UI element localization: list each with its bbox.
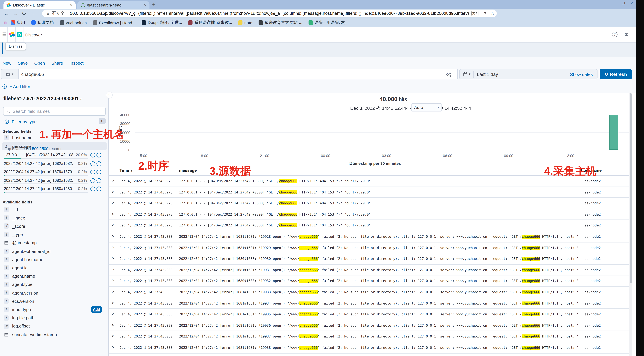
menu-item-inspect[interactable]: Inspect [70, 61, 84, 65]
filter-out-value-icon[interactable]: − [96, 153, 101, 158]
bookmark-item[interactable]: 系列课详情-猿来教... [188, 20, 232, 25]
filter-out-value-icon[interactable]: − [96, 178, 101, 183]
sidebar-collapse-button[interactable]: ‹ [106, 92, 112, 98]
sidebar-field-@timestamp[interactable]: @timestamp [2, 239, 107, 247]
expand-row-icon[interactable]: > [112, 256, 114, 260]
expand-row-icon[interactable]: > [112, 201, 114, 205]
sidebar-field-_id[interactable]: t_id [2, 206, 107, 213]
bookmark-item[interactable]: yuchaoit.cn [60, 20, 87, 25]
sidebar-field-log.file.path[interactable]: tlog.file.path [2, 314, 107, 322]
sidebar-field-agent.type[interactable]: tagent.type [2, 281, 107, 288]
column-message[interactable]: message [179, 168, 197, 173]
menu-item-new[interactable]: New [2, 61, 11, 65]
expand-row-icon[interactable]: > [112, 245, 114, 249]
apps-grid-icon[interactable]: ▦ [4, 21, 7, 24]
bookmark-item[interactable]: DeepL翻译: 全世... [142, 20, 182, 25]
forward-icon[interactable]: → [13, 10, 18, 16]
menu-item-open[interactable]: Open [34, 61, 45, 65]
expand-row-icon[interactable]: > [112, 323, 114, 327]
filter-by-type-button[interactable]: Filter by type [12, 119, 37, 124]
sidebar-field-agent.version[interactable]: tagent.version [2, 289, 107, 297]
index-pattern-switcher[interactable]: filebeat-7.9.1-2022.12.04-000001 ▾ [4, 96, 105, 101]
window-minimize-button[interactable]: ─ [614, 1, 616, 5]
bookmark-item[interactable]: Excalidraw | Hand... [93, 20, 136, 25]
tab-close-icon[interactable]: ✕ [143, 2, 146, 7]
expand-row-icon[interactable]: > [112, 212, 114, 216]
sidebar-field-suricata.eve.timestamp[interactable]: suricata.eve.timestamp [2, 331, 107, 338]
menu-item-save[interactable]: Save [18, 61, 28, 65]
tab-close-icon[interactable]: ✕ [69, 2, 72, 7]
elastic-logo-icon[interactable] [9, 32, 15, 37]
back-icon[interactable]: ← [4, 10, 9, 16]
add-field-button[interactable]: Add [91, 306, 102, 313]
address-bar[interactable]: ▲ 不安全 10.0.0.18:5601/app/discover#/?_g=(… [42, 9, 497, 17]
sidebar-field-agent.ephemeral_id[interactable]: tagent.ephemeral_id [2, 247, 107, 255]
date-picker[interactable]: ▾ Last 1 day Show dates [459, 69, 598, 79]
filter-for-value-icon[interactable]: + [90, 153, 95, 158]
sidebar-field-_index[interactable]: t_index [2, 214, 107, 222]
home-icon[interactable]: ⌂ [30, 10, 34, 16]
refresh-button[interactable]: ↻ Refresh [600, 69, 632, 79]
expand-row-icon[interactable]: > [112, 301, 114, 305]
filter-out-value-icon[interactable]: − [96, 186, 101, 191]
reload-icon[interactable]: ⟳ [22, 10, 26, 16]
filter-for-value-icon[interactable]: + [90, 170, 95, 175]
filter-out-value-icon[interactable]: − [96, 170, 101, 175]
filter-for-value-icon[interactable]: + [90, 161, 95, 166]
sidebar-field-input.type[interactable]: tinput.typeAdd [2, 306, 107, 313]
filter-out-value-icon[interactable]: − [96, 161, 101, 166]
expand-row-icon[interactable]: > [112, 268, 114, 271]
bookmark-item[interactable]: 语雀 - 用语雀, 构... [308, 20, 349, 25]
sidebar-field-log.offset[interactable]: #log.offset [2, 322, 107, 330]
sidebar-field-_score[interactable]: #_score [2, 222, 107, 230]
sidebar-field-_type[interactable]: t_type [2, 231, 107, 238]
saved-query-menu-button[interactable]: ▾ [1, 69, 18, 79]
scrollbar-thumb[interactable] [630, 93, 632, 283]
bookmark-item[interactable]: note [238, 20, 252, 25]
column-time[interactable]: Time ▼ [120, 168, 133, 173]
expand-row-icon[interactable]: > [112, 345, 114, 349]
sidebar-field-agent.id[interactable]: tagent.id [2, 264, 107, 272]
window-close-button[interactable]: ✕ [631, 1, 634, 5]
interval-select[interactable]: Auto▾ [411, 103, 442, 112]
query-input[interactable] [19, 71, 442, 77]
expand-row-icon[interactable]: > [112, 234, 114, 238]
histogram-bar[interactable] [609, 115, 618, 150]
filter-for-value-icon[interactable]: + [90, 178, 95, 183]
menu-item-share[interactable]: Share [52, 61, 63, 65]
share-icon[interactable]: ⇗ [483, 11, 486, 16]
expand-row-icon[interactable]: > [112, 190, 114, 194]
expand-row-icon[interactable]: > [112, 312, 114, 316]
browser-tab[interactable]: Discover - Elastic✕ [4, 1, 76, 8]
new-tab-button[interactable]: + [152, 2, 156, 7]
records-link[interactable]: 500 / 500 [32, 147, 48, 151]
window-maximize-button[interactable]: ▢ [622, 1, 625, 5]
show-dates-button[interactable]: Show dates [570, 72, 597, 77]
browser-tab[interactable]: elasticsearch-head✕ [77, 1, 150, 8]
hamburger-menu-icon[interactable]: ☰ [2, 32, 6, 37]
mail-icon[interactable]: ✉ [625, 32, 628, 37]
expand-row-icon[interactable]: > [112, 334, 114, 338]
dismiss-button[interactable]: Dismiss [5, 42, 26, 50]
filter-for-value-icon[interactable]: + [90, 186, 95, 191]
time-range-value[interactable]: Last 1 day [477, 72, 498, 77]
filter-by-type-icon[interactable] [4, 119, 9, 124]
expand-row-icon[interactable]: > [112, 279, 114, 283]
expand-row-icon[interactable]: > [112, 223, 114, 227]
query-language-button[interactable]: KQL [442, 72, 457, 77]
sidebar-field-agent.hostname[interactable]: tagent.hostname [2, 256, 107, 263]
sidebar-field-ecs.version[interactable]: tecs.version [2, 297, 107, 305]
expand-row-icon[interactable]: > [112, 290, 114, 294]
field-search-input[interactable]: Search field names [3, 107, 106, 116]
vertical-scrollbar[interactable] [629, 93, 632, 356]
bookmark-item[interactable]: 猿来教育官方网站-... [258, 20, 302, 25]
add-filter-button[interactable]: + Add filter [10, 84, 30, 89]
expand-row-icon[interactable]: > [112, 179, 114, 183]
translate-icon[interactable]: 文A [472, 11, 478, 16]
help-icon[interactable]: ? [612, 32, 618, 37]
space-badge[interactable]: D [17, 32, 22, 37]
bookmark-star-icon[interactable]: ☆ [490, 11, 494, 16]
sidebar-field-agent.name[interactable]: tagent.name [2, 272, 107, 280]
bookmark-item[interactable]: 应用 [11, 20, 25, 25]
bookmark-item[interactable]: 腾讯文档 [31, 20, 54, 25]
